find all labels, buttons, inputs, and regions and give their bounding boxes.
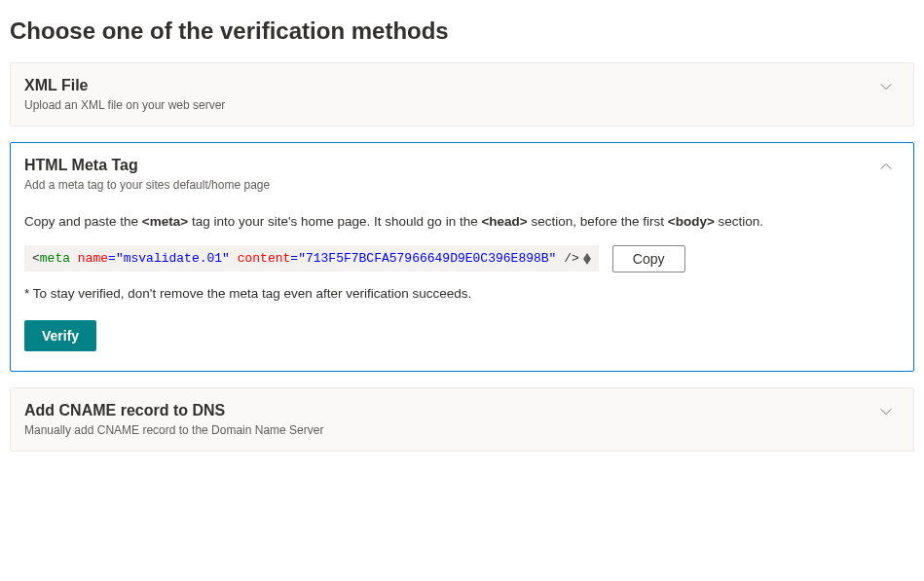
method-cname: Add CNAME record to DNS Manually add CNA… [10, 387, 914, 452]
method-xml-title: XML File [24, 77, 878, 94]
chevron-down-icon [878, 79, 894, 94]
method-cname-title: Add CNAME record to DNS [24, 402, 878, 419]
method-html-meta: HTML Meta Tag Add a meta tag to your sit… [10, 142, 914, 372]
method-xml-header[interactable]: XML File Upload an XML file on your web … [11, 63, 913, 126]
copy-button[interactable]: Copy [612, 245, 685, 272]
meta-tag-code[interactable]: <meta name="msvalidate.01" content="713F… [24, 245, 599, 272]
stepper-down-icon[interactable] [583, 259, 591, 265]
code-stepper[interactable] [583, 253, 591, 265]
verify-button[interactable]: Verify [24, 320, 96, 351]
instruction-text: Copy and paste the <meta> tag into your … [24, 213, 900, 232]
chevron-up-icon [878, 159, 894, 174]
page-title: Choose one of the verification methods [10, 18, 914, 45]
method-html-title: HTML Meta Tag [24, 157, 878, 174]
chevron-down-icon [878, 404, 894, 419]
method-html-subtitle: Add a meta tag to your sites default/hom… [24, 178, 878, 192]
method-html-header[interactable]: HTML Meta Tag Add a meta tag to your sit… [11, 143, 913, 205]
method-cname-subtitle: Manually add CNAME record to the Domain … [24, 423, 878, 437]
verification-note: * To stay verified, don't remove the met… [24, 286, 900, 301]
method-cname-header[interactable]: Add CNAME record to DNS Manually add CNA… [11, 388, 913, 451]
method-xml-subtitle: Upload an XML file on your web server [24, 98, 878, 112]
method-xml-file: XML File Upload an XML file on your web … [10, 62, 914, 127]
method-html-body: Copy and paste the <meta> tag into your … [11, 205, 913, 371]
